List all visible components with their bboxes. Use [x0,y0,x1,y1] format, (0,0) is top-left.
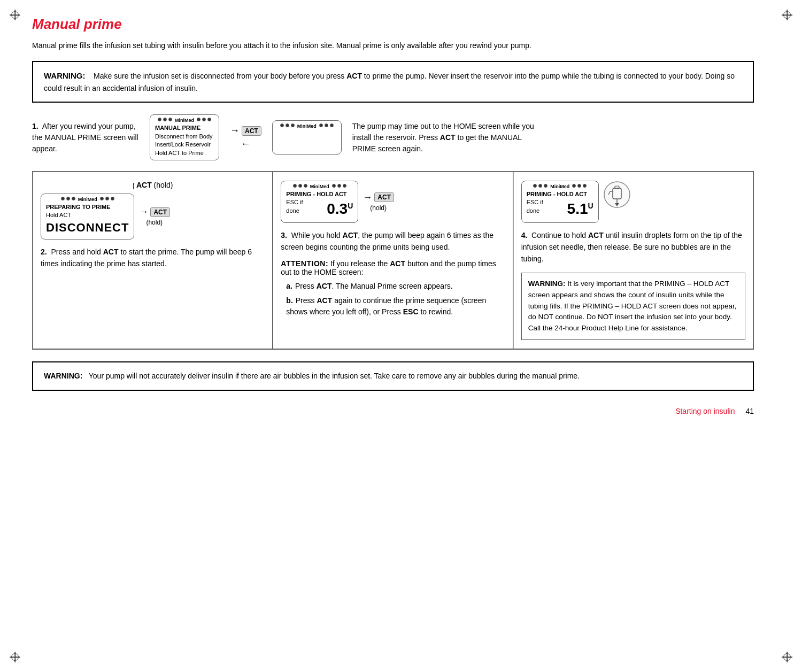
led-row-s1: MiniMed [155,118,214,123]
warning-text-1: Make sure the infusion set is disconnect… [44,72,735,92]
led-row-priming: MiniMed [286,184,353,189]
act-hold-label: | ACT (hold) [41,181,265,189]
infusion-icon [603,181,631,208]
led1 [158,118,161,121]
prep-screen-content: PREPARING TO PRIME Hold ACT DISCONNECT [46,203,129,236]
step2-num: 2. [41,248,47,256]
sub-item-b: Press ACT again to continue the prime se… [286,295,505,318]
act-hold-buttons2: → ACT (hold) [363,192,394,212]
led7 [280,123,284,127]
step2-content: 2. Press and hold ACT to start the prime… [41,246,265,270]
corner-crosshair-br [782,652,792,662]
screen2-home: MiniMed [272,120,342,155]
led-row-51: MiniMed [527,184,593,189]
act-btn-priming: ACT [374,192,394,202]
led8 [286,123,289,127]
s1-line3: Insert/Lock Reservoir [155,141,214,149]
led-row-prep: MiniMed [46,197,129,202]
led5 [202,118,206,121]
led12 [330,123,334,127]
corner-crosshair-tr [782,10,792,20]
priming-51-content: PRIMING - HOLD ACT ESC ifdone 5.1U [527,190,593,220]
attention-block: ATTENTION: If you release the ACT button… [281,259,505,318]
s1-line2: Disconnect from Body [155,133,214,141]
s1-line4: Hold ACT to Prime [155,149,214,157]
warning-label-1: WARNING: [44,71,86,80]
screen-priming-51: MiniMed PRIMING - HOLD ACT ESC ifdone 5.… [521,181,599,223]
led6 [207,118,211,121]
bottom-warning-text: Your pump will not accurately deliver in… [89,372,580,380]
led9 [291,123,295,127]
act-label-step1: ACT [242,126,261,136]
priming-screen-row: MiniMed PRIMING - HOLD ACT ESC ifdone 0.… [281,181,505,223]
sub-list: Press ACT. The Manual Prime screen appea… [281,281,505,318]
led-row-s2: MiniMed [277,123,336,129]
grid-cell-tm: MiniMed PRIMING - HOLD ACT ESC ifdone 0.… [273,172,513,349]
hold-paren: (hold) [152,181,173,189]
footer-pagenum: 41 [745,407,754,415]
main-grid: | ACT (hold) MiniMed PREPARING TO PRIME … [32,171,754,350]
inner-warning-label: WARNING: [528,280,566,288]
attention-label: ATTENTION: [281,259,328,268]
screen2-blank [277,130,336,151]
corner-crosshair-tl [10,10,20,20]
step4-num: 4. [521,231,528,240]
intro-text: Manual prime fills the infusion set tubi… [32,40,727,51]
step1-arrows: → ACT ← [230,125,261,150]
arrow-back: ← [241,138,250,150]
prep-screen-row: MiniMed PREPARING TO PRIME Hold ACT DISC… [41,194,265,240]
act-bold: ACT [136,181,152,189]
screen1-content: MANUAL PRIME Disconnect from Body Insert… [155,124,214,157]
s1-line1: MANUAL PRIME [155,124,214,132]
priming-51-row: MiniMed PRIMING - HOLD ACT ESC ifdone 5.… [521,181,745,223]
grid-cell-tl: | ACT (hold) MiniMed PREPARING TO PRIME … [33,172,273,349]
step3-content: 3. While you hold ACT, the pump will bee… [281,229,505,253]
minimed-label-s1: MiniMed [175,118,194,123]
footer-row: Starting on insulin 41 [32,401,754,415]
step4-content: 4. Continue to hold ACT until insulin dr… [521,229,745,265]
step1-row: 1. After you rewind your pump, the MANUA… [32,114,770,160]
grid-cell-tr: MiniMed PRIMING - HOLD ACT ESC ifdone 5.… [513,172,753,349]
arrow-forward: → [230,125,240,136]
inner-warning-box: WARNING: It is very important that the P… [521,273,745,341]
screen1-manual-prime: MiniMed MANUAL PRIME Disconnect from Bod… [150,114,219,160]
footer-section: Starting on insulin [675,407,735,415]
prime-num-03: 0.3U [327,198,353,219]
act-btn-prep: ACT [150,207,170,217]
bottom-warning-label: WARNING: [44,372,82,380]
led11 [325,123,328,127]
step1-number: 1. [32,122,38,130]
warning-box-1: WARNING: Make sure the infusion set is d… [32,61,754,103]
led3 [168,118,172,121]
corner-crosshair-bl [10,652,20,662]
led2 [163,118,167,121]
screen-preparing: MiniMed PREPARING TO PRIME Hold ACT DISC… [41,194,134,240]
bottom-warning: WARNING: Your pump will not accurately d… [32,361,754,390]
step3-num: 3. [281,231,287,240]
screen-priming-03: MiniMed PRIMING - HOLD ACT ESC ifdone 0.… [281,181,358,223]
act-hold-buttons: → ACT (hold) [138,206,170,226]
step1-note: The pump may time out to the HOME screen… [352,121,539,155]
arrow-forward-row: → ACT [230,125,261,136]
prime-num-51: 5.1U [567,198,593,219]
priming-screen-content: PRIMING - HOLD ACT ESC ifdone 0.3U [286,190,353,220]
disconnect-text: DISCONNECT [46,220,129,236]
led4 [197,118,200,121]
sub-item-a: Press ACT. The Manual Prime screen appea… [286,281,505,292]
step1-text: 1. After you rewind your pump, the MANUA… [32,121,139,155]
page-title: Manual prime [32,16,770,33]
minimed-label-s2: MiniMed [297,123,317,129]
led10 [319,123,323,127]
